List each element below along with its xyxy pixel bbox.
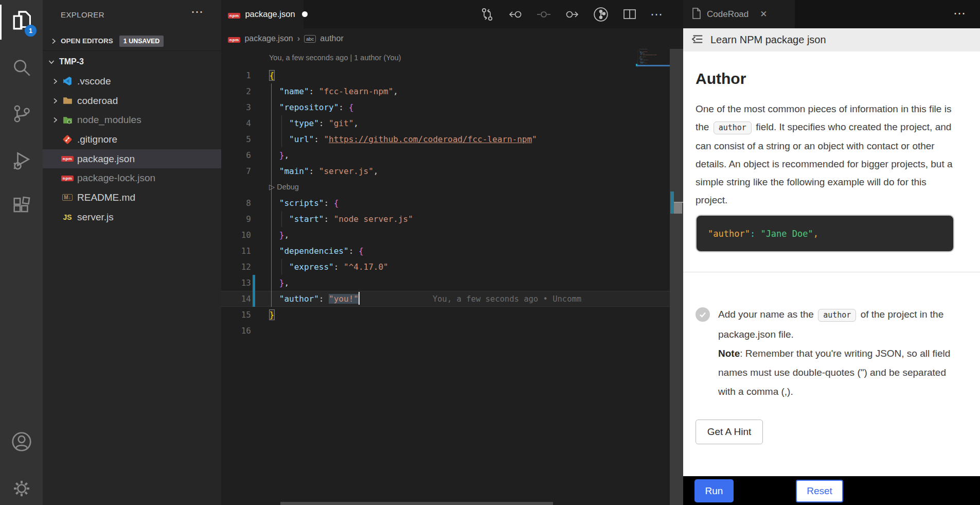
line-number: 13 — [221, 275, 251, 291]
file-icon — [691, 7, 702, 22]
split-editor-icon[interactable] — [622, 7, 637, 22]
previous-change-icon[interactable] — [508, 7, 523, 22]
file-label: node_modules — [77, 114, 141, 126]
code-line-5[interactable]: 5 "url": "https://github.com/coderoad/fc… — [221, 131, 670, 147]
code-line-15[interactable]: 15} — [221, 307, 670, 323]
code-lens[interactable]: ▷ Debug — [221, 179, 670, 195]
markdown-icon: M↓ — [62, 192, 73, 203]
file-item-coderoad[interactable]: coderoad — [43, 91, 221, 111]
tab-coderoad[interactable]: CodeRoad ✕ — [683, 0, 795, 28]
editor-group: npm package.json — [221, 0, 670, 505]
file-item-package-lock.json[interactable]: npmpackage-lock.json — [43, 168, 221, 188]
code-editor[interactable]: You, a few seconds ago | 1 author (You)1… — [221, 49, 670, 501]
coderoad-tab-bar: CodeRoad ✕ ⋯ — [683, 0, 980, 28]
code-line-3[interactable]: 3 "repository": { — [221, 99, 670, 115]
inline-blame: You, a few seconds ago • Uncomm — [433, 294, 581, 304]
compare-changes-icon[interactable] — [479, 7, 495, 22]
node-folder-icon — [62, 114, 73, 126]
lesson-paragraph: One of the most common pieces of informa… — [696, 100, 956, 209]
editor-more-actions-icon[interactable]: ⋯ — [650, 12, 663, 17]
next-change-icon[interactable] — [564, 7, 580, 22]
activity-bar: 1 — [0, 0, 43, 505]
code-line-16[interactable]: 16 — [221, 323, 670, 339]
explorer-more-icon[interactable]: ⋯ — [191, 6, 203, 18]
editor-tab-bar: npm package.json — [221, 0, 670, 28]
unsaved-dot-icon[interactable] — [302, 11, 308, 17]
workspace-root-item[interactable]: TMP-3 — [43, 52, 221, 71]
file-item-node_modules[interactable]: node_modules — [43, 110, 221, 130]
breadcrumb-symbol[interactable]: author — [320, 34, 343, 43]
collapse-menu-icon[interactable] — [690, 32, 704, 48]
code-line-1[interactable]: 1{ — [221, 67, 670, 83]
divider — [683, 272, 980, 272]
breadcrumb-file[interactable]: package.json — [244, 34, 293, 43]
file-item-.gitignore[interactable]: .gitignore — [43, 130, 221, 149]
search-view-button[interactable] — [0, 49, 43, 88]
line-number: 5 — [221, 131, 251, 147]
code-lens[interactable]: You, a few seconds ago | 1 author (You) — [221, 49, 670, 67]
chevron-down-icon — [47, 58, 56, 66]
workspace-root-label: TMP-3 — [59, 57, 84, 66]
settings-button[interactable] — [0, 470, 43, 505]
minimap[interactable]: You, a few seconds ago | 1 author (You)1… — [636, 49, 670, 337]
tutorial-content: Author One of the most common pieces of … — [683, 51, 980, 476]
horizontal-scrollbar[interactable] — [280, 502, 553, 505]
git-icon — [62, 134, 73, 145]
indent-guide — [281, 211, 282, 227]
inline-code-chip: author — [714, 121, 752, 134]
close-icon[interactable]: ✕ — [760, 9, 767, 20]
run-button[interactable]: Run — [694, 479, 734, 502]
minimap-modified-mark — [636, 64, 637, 66]
file-item-README.md[interactable]: M↓README.md — [43, 188, 221, 207]
symbol-string-icon: abc — [304, 35, 316, 43]
code-line-7[interactable]: 7 "main": "server.js", — [221, 163, 670, 179]
code-line-10[interactable]: 10 }, — [221, 227, 670, 243]
code-line-9[interactable]: 9 "start": "node server.js" — [221, 211, 670, 227]
editor-scrollbar-band[interactable] — [670, 0, 683, 505]
file-label: server.js — [77, 212, 114, 223]
current-change-icon — [536, 7, 551, 22]
source-control-view-button[interactable] — [0, 95, 43, 134]
run-debug-view-button[interactable] — [0, 142, 43, 181]
code-line-2[interactable]: 2 "name": "fcc-learn-npm", — [221, 83, 670, 99]
line-number: 4 — [221, 115, 251, 131]
bracket-guide — [271, 83, 272, 307]
modified-line-gutter-mark — [253, 291, 255, 307]
extensions-view-button[interactable] — [0, 188, 43, 227]
file-item-server.js[interactable]: JSserver.js — [43, 207, 221, 227]
task-item: Add your name as the author of the proje… — [696, 305, 960, 401]
code-line-8[interactable]: 8 "scripts": { — [221, 195, 670, 211]
scrollbar-thumb[interactable] — [674, 203, 682, 214]
code-line-12[interactable]: 12 "express": "^4.17.0" — [221, 259, 670, 275]
panel-more-actions-icon[interactable]: ⋯ — [953, 6, 966, 21]
file-label: .gitignore — [77, 134, 117, 145]
code-line-13[interactable]: 13 }, — [221, 275, 670, 291]
coderoad-panel: CodeRoad ✕ ⋯ Learn NPM package json Auth… — [683, 0, 980, 505]
tab-package-json[interactable]: npm package.json — [221, 0, 304, 28]
explorer-sidebar: EXPLORER ⋯ OPEN EDITORS 1 UNSAVED TMP-3 … — [43, 0, 221, 505]
file-item-package.json[interactable]: npmpackage.json — [43, 149, 221, 169]
gear-icon — [11, 478, 32, 501]
npm-icon: npm — [62, 172, 73, 184]
file-label: .vscode — [77, 76, 111, 87]
open-editors-section[interactable]: OPEN EDITORS 1 UNSAVED — [43, 31, 221, 51]
explorer-view-button[interactable]: 1 — [0, 3, 43, 42]
minimap-selection-line — [636, 65, 670, 66]
tutorial-header: Learn NPM package json — [683, 28, 980, 52]
code-line-11[interactable]: 11 "dependencies": { — [221, 243, 670, 259]
get-hint-button[interactable]: Get A Hint — [696, 420, 763, 444]
vscode-icon — [62, 76, 73, 87]
task-text: Add your name as the author of the proje… — [718, 305, 960, 401]
tutorial-title: Learn NPM package json — [710, 34, 826, 46]
code-line-4[interactable]: 4 "type": "git", — [221, 115, 670, 131]
line-number: 12 — [221, 259, 251, 275]
line-number: 9 — [221, 211, 251, 227]
file-label: coderoad — [77, 95, 118, 107]
code-line-6[interactable]: 6 }, — [221, 147, 670, 163]
inline-code-chip: author — [818, 309, 856, 322]
file-item-.vscode[interactable]: .vscode — [43, 72, 221, 91]
git-graph-circle-icon[interactable] — [593, 6, 609, 23]
reset-button[interactable]: Reset — [796, 480, 843, 502]
code-line-14[interactable]: 14 "author": "you!"You, a few seconds ag… — [221, 291, 670, 307]
account-button[interactable] — [0, 423, 43, 462]
